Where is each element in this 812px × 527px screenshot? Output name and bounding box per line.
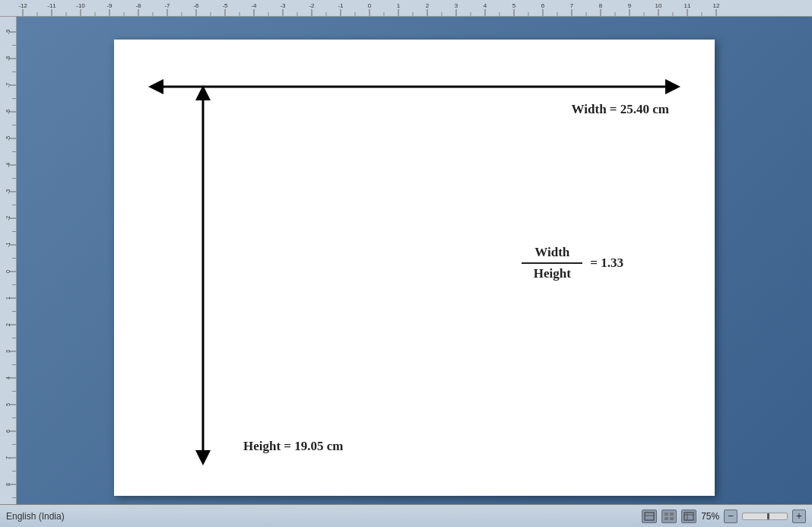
layout-icon[interactable] [642, 510, 657, 523]
ruler-left-canvas [0, 17, 17, 504]
zoom-slider[interactable] [742, 513, 788, 520]
zoom-slider-thumb [767, 513, 769, 519]
horizontal-arrow [148, 85, 680, 87]
svg-rect-6 [684, 513, 693, 520]
status-language: English (India) [6, 511, 634, 522]
content-area: Width = 25.40 cm Height = 19.05 cm Width… [17, 17, 812, 504]
status-right: 75% − + [642, 510, 806, 523]
layout-svg [644, 512, 655, 521]
grid-icon[interactable] [661, 510, 677, 523]
fraction: Width Height [522, 245, 582, 281]
web-svg [684, 512, 694, 521]
arrow-right-head [665, 79, 680, 94]
horizontal-line [163, 85, 665, 87]
zoom-out-button[interactable]: − [724, 510, 737, 523]
arrow-up-head [195, 85, 211, 100]
svg-rect-4 [665, 517, 668, 520]
svg-rect-0 [645, 513, 654, 520]
zoom-in-button[interactable]: + [792, 510, 806, 523]
ruler-top [0, 0, 812, 17]
fraction-container: Width Height = 1.33 [522, 245, 623, 281]
ruler-left [0, 17, 17, 504]
fraction-numerator: Width [534, 245, 569, 262]
zoom-level: 75% [701, 511, 719, 522]
height-label: Height = 19.05 cm [243, 439, 344, 454]
ruler-top-canvas [0, 0, 812, 17]
fraction-result: = 1.33 [590, 256, 623, 271]
width-label: Width = 25.40 cm [572, 102, 669, 117]
arrow-left-head [148, 79, 163, 94]
web-icon[interactable] [681, 510, 696, 523]
svg-rect-3 [670, 513, 674, 516]
status-bar: English (India) 75% − [0, 504, 812, 527]
vertical-arrow [201, 85, 204, 465]
grid-svg [664, 512, 674, 521]
document-page: Width = 25.40 cm Height = 19.05 cm Width… [114, 40, 715, 496]
vertical-line [201, 100, 204, 450]
arrow-down-head [195, 450, 211, 465]
svg-rect-2 [665, 513, 668, 516]
ruler-top-inner [0, 0, 812, 16]
svg-rect-5 [670, 517, 674, 520]
fraction-denominator: Height [534, 264, 571, 281]
